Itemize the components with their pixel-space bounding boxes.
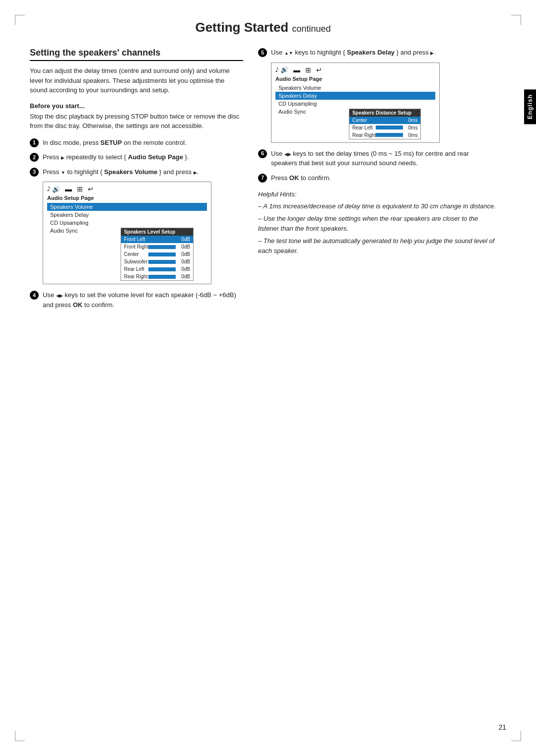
screen-title-2: Audio Setup Page: [275, 76, 435, 82]
step-4: 4 Use keys to set the volume level for e…: [30, 290, 243, 310]
hint-1: – A 1ms increase/decrease of delay time …: [258, 201, 496, 211]
section-divider: [30, 60, 243, 61]
page-number: 21: [498, 723, 506, 731]
step-6-content: Use keys to set the delay times (0 ms ~ …: [271, 149, 496, 168]
bar-container-rr2: 0ms: [376, 132, 417, 138]
step-2-content: Press repeatedly to select { Audio Setup…: [43, 152, 243, 162]
screen-icons-1: 𝅘𝅥𝅮 🔊 ▬ ⊞ ↵: [47, 185, 207, 193]
submenu-row-front-left: Front Left 0dB: [121, 236, 193, 243]
page-title-continued: continued: [292, 24, 331, 34]
menu-audio-sync-row-2: Audio Sync Speakers Distance Setup Cente…: [275, 108, 435, 139]
screen-mockup-2: 𝅘𝅥𝅮 🔊 ▬ ⊞ ↵ Audio Setup Page Speakers Vo…: [271, 63, 440, 143]
step-5-content: Use keys to highlight { Speakers Delay }…: [271, 48, 496, 58]
submenu-row-rear-right-2: Rear Right 0ms: [349, 131, 421, 139]
submenu-row-front-right: Front Right 0dB: [121, 243, 193, 251]
section-heading: Setting the speakers' channels: [30, 48, 243, 58]
step-7-bold: OK: [289, 174, 299, 182]
menu-item-speakers-volume: Speakers Volume: [47, 203, 207, 211]
value-c: 0dB: [178, 252, 190, 257]
step-4-number: 4: [30, 291, 39, 300]
corner-mark-tl: [15, 15, 25, 25]
step-3-number: 3: [30, 168, 39, 177]
value-sub: 0dB: [178, 259, 190, 264]
bar-c: [148, 252, 176, 256]
value-rr: 0dB: [178, 274, 190, 279]
screen-icon-grid-2: ⊞: [305, 66, 311, 74]
submenu-title-2: Speakers Distance Setup: [349, 109, 421, 117]
screen-icon-film-2: ▬: [293, 66, 300, 74]
menu-item-cd-2: CD Upsampling: [275, 100, 435, 108]
right-column: 5 Use keys to highlight { Speakers Delay…: [258, 48, 496, 315]
bar-container-rl: 0dB: [148, 266, 190, 272]
submenu-row-subwoofer: Subwoofer 0dB: [121, 258, 193, 265]
bar-fl: [148, 238, 176, 242]
value-rr2: 0ms: [405, 132, 417, 138]
submenu-label-rear-right: Rear Right: [124, 274, 148, 279]
arrow-down-icon: [61, 168, 66, 176]
step-2-number: 2: [30, 153, 39, 162]
step-7-number: 7: [258, 174, 267, 183]
arrow-lr-icon: [56, 291, 63, 299]
bar-container-sub: 0dB: [148, 259, 190, 264]
step-5: 5 Use keys to highlight { Speakers Delay…: [258, 48, 496, 58]
step-5-bold: Speakers Delay: [347, 49, 395, 56]
submenu-label-subwoofer: Subwoofer: [124, 259, 148, 264]
bar-sub: [148, 260, 176, 264]
submenu-label-rear-left: Rear Left: [124, 266, 144, 272]
page-title-text: Getting Started: [195, 20, 288, 35]
value-fl: 0dB: [178, 237, 190, 242]
step-3: 3 Press to highlight { Speakers Volume }…: [30, 167, 243, 177]
step-1-content: In disc mode, press SETUP on the remote …: [43, 138, 243, 148]
value-c2: 0ms: [405, 118, 417, 123]
step-4-content: Use keys to set the volume level for eac…: [43, 290, 243, 310]
step-1: 1 In disc mode, press SETUP on the remot…: [30, 138, 243, 148]
screen-icons-2: 𝅘𝅥𝅮 🔊 ▬ ⊞ ↵: [275, 66, 435, 74]
left-column: Setting the speakers' channels You can a…: [30, 48, 243, 315]
screen-icon-film: ▬: [65, 185, 72, 193]
bar-rr2: [376, 133, 403, 137]
bar-rr: [148, 275, 176, 279]
step-2-bold: Audio Setup Page: [128, 153, 183, 161]
bar-c2: [376, 118, 403, 122]
step-3-content: Press to highlight { Speakers Volume } a…: [43, 167, 243, 177]
arrow-right-icon-2: [194, 168, 197, 176]
value-rl2: 0ms: [405, 125, 417, 130]
bar-rl: [148, 267, 176, 271]
main-content: Getting Started continued Setting the sp…: [30, 20, 496, 315]
submenu-level-setup: Speakers Level Setup Front Left 0dB Fron…: [121, 228, 194, 281]
step-5-number: 5: [258, 48, 267, 57]
step-7: 7 Press OK to confirm.: [258, 173, 496, 183]
english-tab: English: [524, 89, 536, 124]
speaker-icon-2: 🔊: [280, 66, 288, 73]
bar-container-c2: 0ms: [376, 118, 417, 123]
bar-container-rr: 0dB: [148, 274, 190, 279]
submenu-row-center-2: Center 0ms: [349, 117, 421, 124]
submenu-label-rear-left-2: Rear Left: [352, 125, 373, 130]
two-column-layout: Setting the speakers' channels You can a…: [30, 48, 496, 315]
arrow-right-icon-3: [430, 49, 434, 56]
helpful-hints-title: Helpful Hints:: [258, 189, 496, 199]
menu-item-cd-upsampling: CD Upsampling: [47, 219, 207, 227]
menu-item-sd-2: Speakers Delay: [275, 92, 435, 100]
screen-title-1: Audio Setup Page: [47, 195, 207, 201]
hint-2: – Use the longer delay time settings whe…: [258, 214, 496, 233]
step-2: 2 Press repeatedly to select { Audio Set…: [30, 152, 243, 162]
before-start-text: Stop the disc playback by pressing STOP …: [30, 112, 243, 131]
step-1-bold: SETUP: [100, 139, 122, 146]
screen-icon-arrow: ↵: [88, 185, 94, 193]
submenu-label-rear-right-2: Rear Right: [352, 132, 376, 138]
menu-item-audio-sync-2: Audio Sync: [275, 108, 309, 116]
submenu-title-1: Speakers Level Setup: [121, 228, 193, 236]
menu-item-speakers-delay: Speakers Delay: [47, 211, 207, 219]
menu-item-sv-2: Speakers Volume: [275, 84, 435, 92]
hint-3: – The test tone will be automatically ge…: [258, 236, 496, 255]
value-fr: 0dB: [178, 244, 190, 250]
arrow-ud-icon: [284, 49, 293, 56]
bar-container-fl: 0dB: [148, 237, 190, 242]
bar-container-c: 0dB: [148, 252, 190, 257]
section-description: You can adjust the delay times (centre a…: [30, 66, 243, 95]
menu-item-audio-sync: Audio Sync: [47, 227, 81, 235]
screen-icon-grid: ⊞: [77, 185, 83, 193]
speaker-icon: 🔊: [52, 186, 60, 193]
submenu-label-front-left: Front Left: [124, 237, 145, 242]
